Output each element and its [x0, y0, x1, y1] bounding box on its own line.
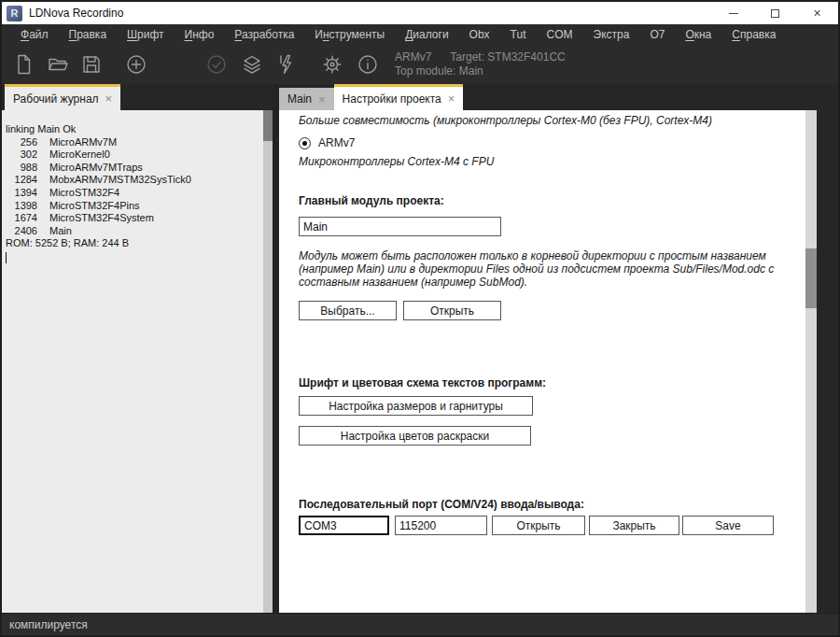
top-module-label: Top module: Main: [395, 64, 566, 78]
close-button[interactable]: ×: [796, 2, 838, 24]
log-tab-bar: Рабочий журнал ×: [2, 84, 273, 110]
arch-label: ARMv7: [395, 50, 431, 64]
armv7-radio[interactable]: [299, 137, 311, 149]
tab-close-icon[interactable]: ×: [448, 92, 455, 105]
close-icon: ×: [813, 7, 820, 20]
log-entries: 256MicroARMv7M 302MicroKernel0 988MicroA…: [6, 136, 259, 238]
settings-scrollbar[interactable]: [805, 110, 817, 613]
tab-close-icon[interactable]: ×: [318, 93, 326, 106]
log-entry: 2406Main: [6, 225, 259, 238]
tool-bar: ARMv7Target: STM32F401CC Top module: Mai…: [2, 45, 838, 84]
log-header: linking Main Ok: [6, 123, 259, 136]
com-port-input[interactable]: [299, 516, 389, 535]
editor-tab[interactable]: Настройки проекта ×: [334, 84, 464, 110]
log-scrollbar-thumb[interactable]: [263, 110, 273, 141]
app-logo-icon: R: [7, 6, 22, 21]
log-entry: 1284MobxARMv7MSTM32SysTick0: [6, 174, 259, 187]
armv7-note: Микроконтроллеры Cortex-M4 с FPU: [299, 155, 494, 168]
project-settings-view: Больше совместимость (микроконтроллеры C…: [279, 110, 817, 613]
log-entry: 302MicroKernel0: [6, 149, 259, 162]
font-scheme-heading: Шрифт и цветовая схема текстов программ:: [299, 376, 546, 389]
serial-save-button[interactable]: Save: [682, 516, 774, 535]
info-icon[interactable]: [357, 53, 379, 76]
open-folder-icon[interactable]: [47, 53, 69, 76]
tab-close-icon[interactable]: ×: [105, 92, 113, 105]
log-scrollbar[interactable]: [263, 110, 273, 613]
title-bar: R LDNova Recordino ×: [2, 2, 838, 24]
tab-work-log[interactable]: Рабочий журнал ×: [5, 84, 120, 110]
armv7-radio-row: ARMv7: [299, 136, 355, 149]
tab-label: Настройки проекта: [343, 92, 441, 106]
panel-divider[interactable]: [273, 84, 279, 613]
menu-item[interactable]: Файл: [10, 28, 59, 41]
serial-port-row: Открыть Закрыть Save: [299, 516, 774, 535]
main-module-input[interactable]: [299, 217, 501, 236]
menu-item[interactable]: O7: [639, 28, 675, 41]
save-icon[interactable]: [80, 53, 103, 76]
menu-item[interactable]: Окна: [675, 28, 721, 41]
menu-item[interactable]: Obx: [459, 28, 500, 41]
menu-item[interactable]: Правка: [59, 28, 118, 41]
minimize-icon: [729, 13, 738, 14]
menu-item[interactable]: Шрифт: [117, 28, 174, 41]
build-target-info: ARMv7Target: STM32F401CC Top module: Mai…: [395, 50, 566, 78]
menu-item[interactable]: Справка: [721, 28, 786, 41]
log-entry: 1674MicroSTM32F4System: [6, 212, 259, 225]
compat-note: Больше совместимость (микроконтроллеры C…: [299, 114, 807, 127]
log-entry: 988MicroARMv7MTraps: [6, 162, 259, 175]
window-controls: ×: [712, 2, 838, 24]
layers-icon[interactable]: [241, 53, 263, 76]
menu-item[interactable]: Инструменты: [304, 28, 395, 41]
maximize-button[interactable]: [754, 2, 796, 24]
tab-label: Рабочий журнал: [13, 92, 99, 106]
log-text: linking Main Ok 256MicroARMv7M 302MicroK…: [2, 110, 273, 263]
status-bar: компилируется: [2, 613, 838, 635]
font-size-settings-button[interactable]: Настройка размеров и гарнитуры: [299, 396, 533, 416]
log-panel: Рабочий журнал × linking Main Ok 256Micr…: [2, 84, 273, 613]
editor-tab[interactable]: Main ×: [279, 88, 334, 110]
open-module-button[interactable]: Открыть: [403, 301, 501, 320]
main-module-heading: Главный модуль проекта:: [299, 194, 444, 207]
commit-check-icon[interactable]: [205, 53, 228, 76]
tab-label: Main: [287, 92, 312, 106]
minimize-button[interactable]: [712, 2, 754, 24]
status-text: компилируется: [9, 618, 88, 631]
maximize-icon: [771, 9, 779, 18]
serial-close-button[interactable]: Закрыть: [589, 516, 679, 535]
log-entry: 1394MicroSTM32F4: [6, 187, 259, 200]
menu-item[interactable]: Диалоги: [395, 28, 458, 41]
settings-scrollbar-thumb[interactable]: [805, 248, 817, 308]
log-entry: 256MicroARMv7M: [6, 136, 259, 149]
menu-item[interactable]: Tut: [500, 28, 537, 41]
log-footer: ROM: 5252 B; RAM: 244 B: [6, 237, 259, 250]
module-location-note: Модуль может быть расположен только в ко…: [299, 249, 805, 289]
menu-bar: Файл Правка Шрифт Инфо Разработка Инстру…: [2, 24, 838, 45]
main-area: Рабочий журнал × linking Main Ok 256Micr…: [2, 84, 838, 613]
log-entry: 1398MicroSTM32F4Pins: [6, 200, 259, 213]
right-margin-filler: [817, 84, 838, 613]
radio-dot-icon: [302, 141, 307, 146]
armv7-radio-label: ARMv7: [318, 136, 355, 149]
log-view[interactable]: linking Main Ok 256MicroARMv7M 302MicroK…: [2, 110, 273, 613]
menu-item[interactable]: COM: [537, 28, 583, 41]
new-document-icon[interactable]: [13, 53, 35, 76]
menu-item[interactable]: Разработка: [224, 28, 304, 41]
app-window: R LDNova Recordino × Файл Правка Шрифт И…: [0, 0, 840, 637]
module-buttons-row: Выбрать... Открыть: [299, 301, 501, 320]
text-caret: [6, 252, 7, 263]
choose-module-button[interactable]: Выбрать...: [299, 301, 397, 320]
serial-open-button[interactable]: Открыть: [492, 516, 585, 535]
menu-item[interactable]: Инфо: [175, 28, 225, 41]
settings-gear-icon[interactable]: [321, 53, 343, 76]
editor-tab-bar: Main × Настройки проекта ×: [279, 84, 817, 110]
color-settings-button[interactable]: Настройка цветов раскраски: [299, 426, 531, 446]
serial-port-heading: Последовательный порт (COM/V24) ввода/вы…: [299, 498, 584, 511]
target-label: Target: STM32F401CC: [450, 50, 565, 64]
menu-item[interactable]: Экстра: [583, 28, 640, 41]
baud-rate-input[interactable]: [395, 516, 487, 535]
editor-panel: Main × Настройки проекта × Больше совмес…: [279, 84, 817, 613]
flash-icon[interactable]: [274, 53, 297, 76]
app-title: LDNova Recordino: [29, 7, 123, 20]
add-circle-icon[interactable]: [125, 53, 147, 76]
